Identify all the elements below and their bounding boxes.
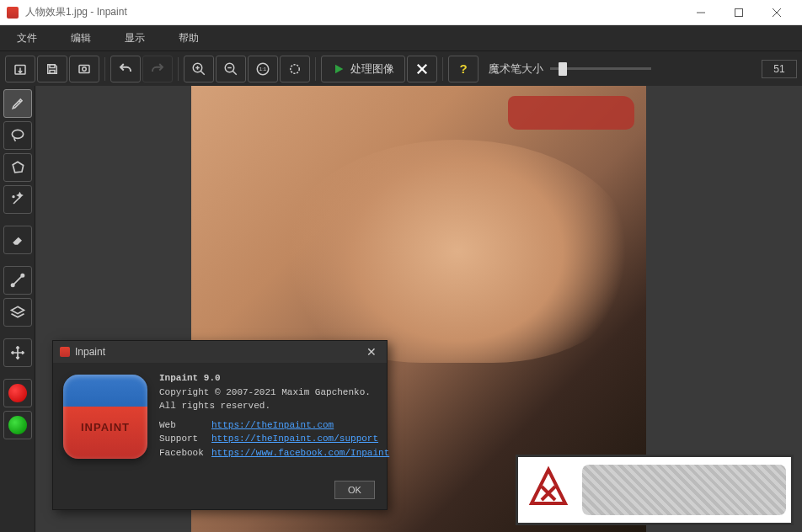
zoom-fit-button[interactable] [280,56,310,82]
titlebar: 人物效果1.jpg - Inpaint [0,0,802,25]
menu-view[interactable]: 显示 [115,26,168,51]
product-name: Inpaint 9.0 [159,373,221,383]
menu-edit[interactable]: 编辑 [61,26,115,51]
close-button[interactable] [757,0,795,25]
facebook-link[interactable]: https://www.facebook.com/Inpaint [211,446,389,460]
cancel-button[interactable] [407,56,437,82]
brush-size-slider[interactable] [550,67,651,70]
brush-size-input[interactable] [762,60,797,78]
play-icon [332,62,345,76]
zoom-out-button[interactable] [216,56,246,82]
maximize-button[interactable] [719,0,757,25]
svg-line-10 [200,71,205,75]
support-label: Support [159,432,211,446]
save-button[interactable] [37,56,67,82]
watermark-icon [523,463,574,517]
svg-point-26 [21,274,24,277]
svg-line-14 [233,71,237,75]
redo-button[interactable] [142,56,173,82]
line-tool[interactable] [3,266,32,295]
polygon-tool[interactable] [3,153,32,182]
side-toolbar [0,86,35,532]
zoom-in-button[interactable] [184,56,214,82]
green-dot-icon [8,416,27,434]
web-link[interactable]: https://theInpaint.com [211,418,334,433]
app-icon [7,7,19,19]
move-tool[interactable] [3,338,32,367]
dialog-titlebar[interactable]: Inpaint ✕ [53,341,387,363]
inpaint-logo-icon [63,375,147,459]
svg-point-18 [291,64,300,73]
process-label: 处理图像 [350,61,394,77]
web-label: Web [159,418,211,433]
menubar: 文件 编辑 显示 帮助 [0,25,802,51]
gallery-button[interactable] [69,56,99,82]
brush-size-label: 魔术笔大小 [489,61,543,77]
svg-point-8 [83,66,87,71]
svg-rect-1 [735,8,742,16]
magic-wand-tool[interactable] [3,185,32,214]
menu-help[interactable]: 帮助 [168,26,222,51]
svg-rect-6 [50,70,55,73]
window-title: 人物效果1.jpg - Inpaint [25,5,682,19]
eraser-tool[interactable] [3,226,32,254]
svg-rect-5 [50,64,55,67]
minimize-button[interactable] [682,0,719,25]
svg-point-25 [12,284,14,286]
help-button[interactable]: ? [448,56,479,82]
lasso-tool[interactable] [3,121,32,150]
svg-point-22 [12,130,23,138]
svg-text:?: ? [459,61,467,76]
toolbar: 1:1 处理图像 ? 魔术笔大小 [0,51,802,86]
about-dialog: Inpaint ✕ Inpaint 9.0 Copyright © 2007-2… [52,340,388,510]
rights-text: All rights reserved. [159,399,389,413]
facebook-label: Facebook [159,446,211,460]
red-dot-icon [8,384,27,402]
layers-tool[interactable] [3,298,32,327]
color-green-tool[interactable] [3,411,32,439]
process-button[interactable]: 处理图像 [321,56,405,82]
paint-selection-mark [508,96,634,130]
svg-rect-7 [79,65,89,72]
menu-file[interactable]: 文件 [7,26,61,51]
dialog-app-icon [60,347,70,357]
dialog-ok-button[interactable]: OK [334,481,375,499]
zoom-actual-button[interactable]: 1:1 [248,56,278,82]
color-red-tool[interactable] [3,379,32,407]
copyright-text: Copyright © 2007-2021 Maxim Gapchenko. [159,386,389,400]
marker-tool[interactable] [3,89,32,118]
open-button[interactable] [5,56,35,82]
dialog-close-button[interactable]: ✕ [363,345,380,359]
support-link[interactable]: https://theInpaint.com/support [211,432,378,446]
dialog-info: Inpaint 9.0 Copyright © 2007-2021 Maxim … [159,371,389,460]
svg-point-23 [13,196,14,198]
watermark-text [582,465,786,515]
watermark-overlay [516,455,794,525]
dialog-title: Inpaint [75,346,105,358]
svg-text:1:1: 1:1 [259,66,267,72]
undo-button[interactable] [110,56,141,82]
